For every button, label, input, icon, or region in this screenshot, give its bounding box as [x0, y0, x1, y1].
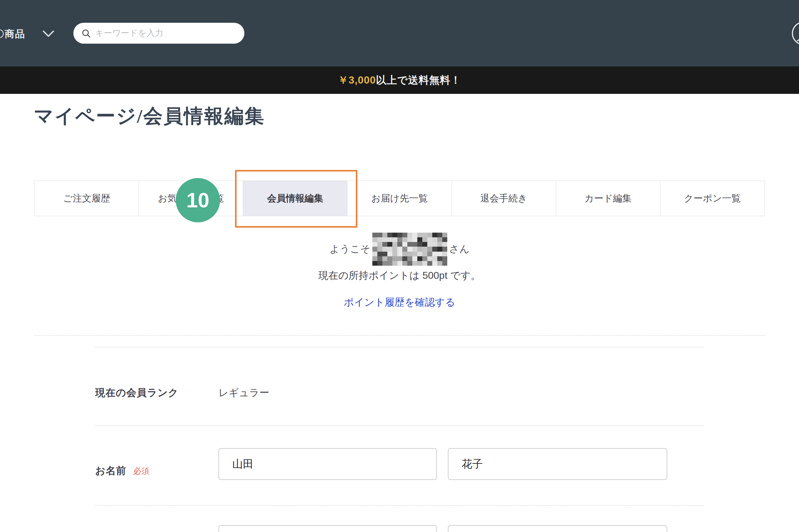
points-history-link[interactable]: ポイント履歴を確認する [0, 296, 799, 309]
mypage-tabbar: ご注文履歴 お気に入り一覧 会員情報編集 お届け先一覧 退会手続き カード編集 … [34, 180, 765, 216]
form-divider [95, 425, 704, 426]
welcome-prefix: ようこそ [330, 242, 370, 256]
member-rank-value: レギュラー [218, 386, 269, 400]
nav-item-products[interactable]: 〇商品 [0, 27, 25, 40]
name-field-label-group: お名前 必須 [95, 464, 149, 478]
search-bar[interactable] [73, 23, 244, 44]
promo-banner: ￥3,000 以上で送料無料！ [0, 66, 799, 94]
chevron-down-icon[interactable] [41, 30, 55, 38]
censored-username [373, 233, 447, 266]
section-divider [34, 335, 765, 336]
account-icon[interactable] [791, 21, 799, 46]
tab-card-edit[interactable]: カード編集 [556, 181, 660, 216]
name-label: お名前 [95, 464, 126, 478]
annotation-step-number: 10 [186, 188, 209, 212]
form-divider [95, 347, 704, 347]
promo-message: 以上で送料無料！ [376, 73, 461, 87]
tab-order-history[interactable]: ご注文履歴 [35, 181, 139, 216]
member-rank-label: 現在の会員ランク [95, 386, 179, 400]
form-divider [95, 505, 704, 506]
first-name-input[interactable] [448, 448, 667, 480]
search-icon [81, 29, 91, 38]
tab-shipping-addresses[interactable]: お届け先一覧 [347, 181, 452, 216]
tab-withdrawal[interactable]: 退会手続き [452, 181, 556, 216]
annotation-step-badge: 10 [176, 178, 220, 222]
last-name-input[interactable] [218, 448, 437, 480]
welcome-suffix: さん [449, 242, 470, 256]
required-badge: 必須 [133, 466, 149, 476]
tab-coupons[interactable]: クーポン一覧 [660, 181, 764, 216]
search-input[interactable] [95, 28, 233, 38]
page-title: マイページ/会員情報編集 [34, 103, 265, 129]
tab-member-info-edit[interactable]: 会員情報編集 [243, 181, 347, 216]
first-name-kana-input[interactable] [448, 525, 667, 532]
points-balance-text: 現在の所持ポイントは 500pt です。 [0, 269, 799, 283]
last-name-kana-input[interactable] [218, 525, 437, 532]
page-root: 〇商品 ￥3,000 以上で送料無料！ マイページ/会員情報編集 ご注文履歴 お… [0, 0, 799, 532]
promo-amount: ￥3,000 [338, 73, 376, 87]
welcome-message: ようこそ さん [0, 232, 799, 266]
site-header: 〇商品 [0, 0, 799, 66]
